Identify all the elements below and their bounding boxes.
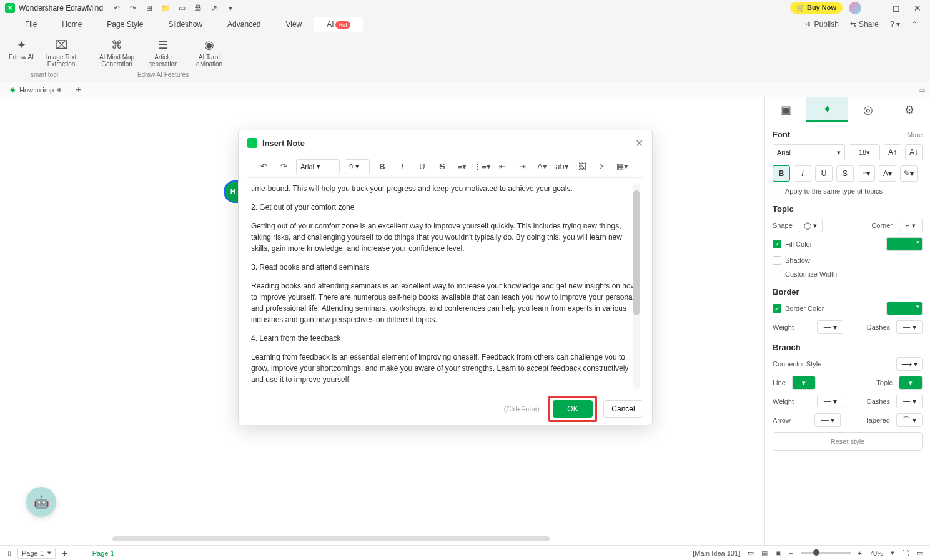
bold-button[interactable]: B xyxy=(773,165,790,182)
note-size-select[interactable]: 9 ▾ xyxy=(345,159,370,174)
collapse-ribbon-icon[interactable]: ⌃ xyxy=(911,20,918,29)
tapered-select[interactable]: ⌒ ▾ xyxy=(896,413,923,427)
bold-icon[interactable]: B xyxy=(375,159,390,174)
menu-advanced[interactable]: Advanced xyxy=(215,17,273,32)
shape-select[interactable]: ◯ ▾ xyxy=(799,219,823,232)
redo-icon[interactable]: ↷ xyxy=(127,2,139,14)
print-icon[interactable]: 🖶 xyxy=(192,2,204,14)
share-button[interactable]: ⇆Share xyxy=(850,20,879,29)
weight-select[interactable]: — ▾ xyxy=(817,320,843,334)
align-icon[interactable]: ≡▾ xyxy=(455,159,470,174)
topic-color-select[interactable]: ▾ xyxy=(899,376,923,390)
panel-tab-layout[interactable]: ▣ xyxy=(765,97,806,122)
zoom-dropdown-icon[interactable]: ▾ xyxy=(891,549,894,557)
help-button[interactable]: ? ▾ xyxy=(890,20,900,29)
highlight-icon[interactable]: ab▾ xyxy=(555,159,570,174)
page-tab[interactable]: Page-1 xyxy=(92,549,114,557)
note-editor[interactable]: time-bound. This will help you track you… xyxy=(239,178,652,393)
tool-mindmap[interactable]: ⌘ AI Mind Map Generation xyxy=(96,36,138,69)
panel-tab-settings[interactable]: ⚙ xyxy=(889,97,930,122)
fit-icon[interactable]: ▭ xyxy=(916,549,923,557)
export-icon[interactable]: ↗ xyxy=(208,2,220,14)
zoom-in-button[interactable]: + xyxy=(858,549,862,557)
note-scrollbar[interactable] xyxy=(633,183,640,389)
menu-page-style[interactable]: Page Style xyxy=(94,17,156,32)
new-icon[interactable]: ⊞ xyxy=(143,2,156,14)
ai-assistant-fab[interactable]: 🤖 xyxy=(26,487,56,517)
corner-select[interactable]: ⌐ ▾ xyxy=(899,219,923,232)
align-button[interactable]: ≡▾ xyxy=(858,165,875,182)
outline-icon[interactable]: ▯ xyxy=(7,549,11,557)
tool-tarot[interactable]: ◉ AI Tarot divination xyxy=(188,36,230,69)
note-redo-icon[interactable]: ↷ xyxy=(276,159,291,174)
border-color-select[interactable] xyxy=(886,302,923,315)
italic-icon[interactable]: I xyxy=(395,159,410,174)
doc-tab-1[interactable]: ◉ How to imp xyxy=(5,86,66,94)
tool-image-text[interactable]: ⌧ Image Text Extraction xyxy=(40,36,82,69)
view-mode-3-icon[interactable]: ▣ xyxy=(775,549,781,557)
canvas-horizontal-scrollbar[interactable] xyxy=(112,536,550,541)
font-color-icon[interactable]: A▾ xyxy=(535,159,550,174)
menu-home[interactable]: Home xyxy=(49,17,94,32)
font-more-link[interactable]: More xyxy=(907,131,923,139)
italic-button[interactable]: I xyxy=(794,165,811,182)
branch-weight-select[interactable]: — ▾ xyxy=(817,395,843,408)
dropdown-icon[interactable]: ▾ xyxy=(224,2,237,14)
line-color-select[interactable]: ▾ xyxy=(792,376,816,390)
dashes-select[interactable]: — ▾ xyxy=(896,320,923,334)
branch-dashes-select[interactable]: — ▾ xyxy=(896,395,923,408)
menu-view[interactable]: View xyxy=(273,17,314,32)
zoom-out-button[interactable]: − xyxy=(789,549,793,557)
fullscreen-icon[interactable]: ⛶ xyxy=(902,549,909,557)
outdent-icon[interactable]: ⇤ xyxy=(495,159,510,174)
minimize-button[interactable]: — xyxy=(868,2,883,14)
strike-button[interactable]: S xyxy=(836,165,854,182)
font-family-select[interactable]: Arial▾ xyxy=(773,144,845,160)
fill-color-select[interactable] xyxy=(886,237,923,251)
menu-slideshow[interactable]: Slideshow xyxy=(156,17,215,32)
strikethrough-icon[interactable]: S xyxy=(435,159,450,174)
bullet-list-icon[interactable]: ⋮≡▾ xyxy=(475,159,490,174)
view-mode-1-icon[interactable]: ▭ xyxy=(748,549,754,557)
save-icon[interactable]: ▭ xyxy=(176,2,188,14)
close-button[interactable]: ✕ xyxy=(910,2,925,14)
view-mode-2-icon[interactable]: ▦ xyxy=(761,549,768,557)
border-color-checkbox[interactable]: ✓ xyxy=(773,304,781,313)
apply-same-checkbox[interactable] xyxy=(773,187,781,195)
dialog-close-button[interactable]: ✕ xyxy=(635,137,643,149)
panel-tab-theme[interactable]: ◎ xyxy=(848,97,889,122)
add-tab-button[interactable]: + xyxy=(72,84,85,96)
underline-button[interactable]: U xyxy=(815,165,833,182)
zoom-value[interactable]: 70% xyxy=(869,549,883,557)
undo-icon[interactable]: ↶ xyxy=(111,2,123,14)
indent-icon[interactable]: ⇥ xyxy=(515,159,530,174)
ok-button[interactable]: OK xyxy=(553,400,593,418)
arrow-select[interactable]: — ▾ xyxy=(814,413,841,427)
connector-style-select[interactable]: ⟶ ▾ xyxy=(896,357,923,371)
layout-toggle-icon[interactable]: ▭ xyxy=(918,86,930,94)
tool-article[interactable]: ☰ Article generation xyxy=(142,36,184,69)
underline-icon[interactable]: U xyxy=(415,159,430,174)
zoom-slider[interactable] xyxy=(801,552,851,554)
zoom-thumb[interactable] xyxy=(813,549,819,556)
canvas[interactable]: H 🤖 Insert Note ✕ ↶ ↷ Arial ▾ 9 ▾ B I U … xyxy=(0,97,764,545)
fill-color-checkbox[interactable]: ✓ xyxy=(773,240,781,248)
page-select[interactable]: Page-1 ▾ xyxy=(17,548,56,559)
menu-ai[interactable]: AIHot xyxy=(314,17,362,32)
font-color-button[interactable]: A▾ xyxy=(879,165,896,182)
increase-font-icon[interactable]: A↑ xyxy=(884,144,901,160)
note-undo-icon[interactable]: ↶ xyxy=(256,159,271,174)
font-size-select[interactable]: 18 ▾ xyxy=(849,144,880,160)
note-scroll-thumb[interactable] xyxy=(633,190,640,315)
formula-icon[interactable]: Σ xyxy=(595,159,610,174)
open-icon[interactable]: 📁 xyxy=(159,2,172,14)
panel-tab-style[interactable]: ✦ xyxy=(806,97,848,122)
maximize-button[interactable]: ◻ xyxy=(889,2,904,14)
tool-edraw-ai[interactable]: ✦ Edraw AI xyxy=(6,36,36,69)
cancel-button[interactable]: Cancel xyxy=(603,400,643,418)
add-page-button[interactable]: + xyxy=(62,548,67,558)
buy-now-button[interactable]: 🛒 Buy Now xyxy=(790,2,843,14)
reset-style-button[interactable]: Reset style xyxy=(773,432,923,451)
customize-width-checkbox[interactable] xyxy=(773,270,781,278)
calendar-icon[interactable]: ▦▾ xyxy=(615,159,630,174)
